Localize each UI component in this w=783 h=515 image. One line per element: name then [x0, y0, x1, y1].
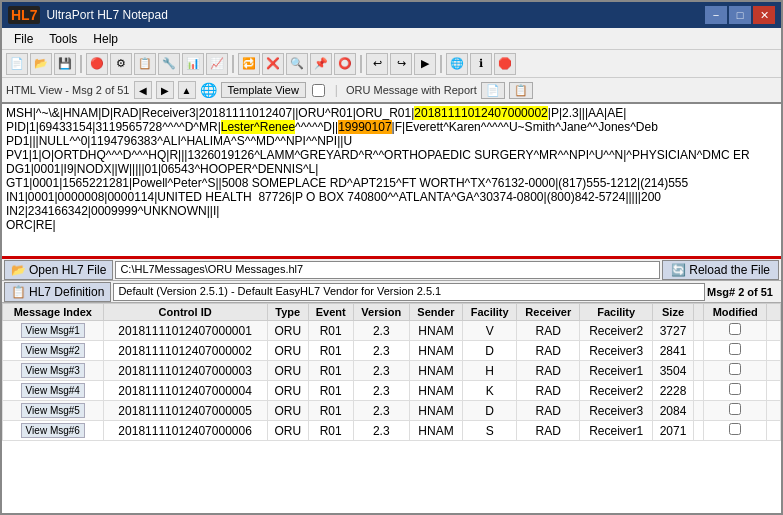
open-hl7-file-button[interactable]: 📂 Open HL7 File [4, 260, 113, 280]
cell-modified[interactable] [704, 361, 767, 381]
hl7-definition-button[interactable]: 📋 HL7 Definition [4, 282, 111, 302]
toolbar-btn5[interactable]: 🔧 [158, 53, 180, 75]
toolbar-save[interactable]: 💾 [54, 53, 76, 75]
cell-modified[interactable] [704, 421, 767, 441]
toolbar-btn13[interactable]: ↩ [366, 53, 388, 75]
cell-modified[interactable] [704, 321, 767, 341]
toolbar-info[interactable]: ℹ [470, 53, 492, 75]
cell-scroll [767, 401, 781, 421]
toolbar-new[interactable]: 📄 [6, 53, 28, 75]
toolbar-btn9[interactable]: ❌ [262, 53, 284, 75]
cell-facility-r: Receiver2 [580, 321, 653, 341]
modified-checkbox[interactable] [729, 423, 741, 435]
table-row[interactable]: View Msg#4 20181111012407000004 ORU R01 … [3, 381, 781, 401]
cell-modified[interactable] [704, 381, 767, 401]
toolbar-btn11[interactable]: 📌 [310, 53, 332, 75]
status-row-file: 📂 Open HL7 File C:\HL7Messages\ORU Messa… [2, 259, 781, 281]
cell-sender: HNAM [409, 361, 462, 381]
toolbar-btn8[interactable]: 🔁 [238, 53, 260, 75]
maximize-button[interactable]: □ [729, 6, 751, 24]
close-button[interactable]: ✕ [753, 6, 775, 24]
toolbar-btn15[interactable]: ▶ [414, 53, 436, 75]
cell-version: 2.3 [353, 421, 409, 441]
col-sender: Sender [409, 304, 462, 321]
menu-file[interactable]: File [6, 30, 41, 48]
modified-checkbox[interactable] [729, 323, 741, 335]
cell-index[interactable]: View Msg#3 [3, 361, 104, 381]
modified-checkbox[interactable] [729, 383, 741, 395]
nav-back[interactable]: ◀ [134, 81, 152, 99]
col-version: Version [353, 304, 409, 321]
toolbar-btn16[interactable]: 🌐 [446, 53, 468, 75]
cell-facility-r: Receiver2 [580, 381, 653, 401]
toolbar-open[interactable]: 📂 [30, 53, 52, 75]
cell-control-id: 20181111012407000004 [103, 381, 267, 401]
modified-checkbox[interactable] [729, 403, 741, 415]
view-msg-button[interactable]: View Msg#1 [21, 323, 85, 338]
cell-receiver: RAD [517, 381, 580, 401]
toolbar-btn10[interactable]: 🔍 [286, 53, 308, 75]
template-view-checkbox[interactable] [312, 84, 325, 97]
table-row[interactable]: View Msg#6 20181111012407000006 ORU R01 … [3, 421, 781, 441]
cell-event: R01 [308, 421, 353, 441]
highlight-name: Lester^Renee [221, 120, 295, 134]
cell-blank [694, 381, 704, 401]
table-row[interactable]: View Msg#1 20181111012407000001 ORU R01 … [3, 321, 781, 341]
highlight-control-id: 20181111012407000002 [414, 106, 547, 120]
nav-up[interactable]: ▲ [178, 81, 196, 99]
cell-index[interactable]: View Msg#4 [3, 381, 104, 401]
folder-icon: 📂 [11, 263, 26, 277]
toolbar-btn12[interactable]: ⭕ [334, 53, 356, 75]
cell-facility-s: H [463, 361, 517, 381]
cell-control-id: 20181111012407000002 [103, 341, 267, 361]
cell-control-id: 20181111012407000006 [103, 421, 267, 441]
nav-msg-btn2[interactable]: 📋 [509, 82, 533, 99]
cell-sender: HNAM [409, 381, 462, 401]
menu-help[interactable]: Help [85, 30, 126, 48]
nav-msg-btn1[interactable]: 📄 [481, 82, 505, 99]
col-modified: Modified [704, 304, 767, 321]
modified-checkbox[interactable] [729, 363, 741, 375]
cell-index[interactable]: View Msg#5 [3, 401, 104, 421]
cell-sender: HNAM [409, 321, 462, 341]
template-view-button[interactable]: Template View [221, 82, 306, 98]
table-row[interactable]: View Msg#3 20181111012407000003 ORU R01 … [3, 361, 781, 381]
nav-forward[interactable]: ▶ [156, 81, 174, 99]
toolbar-btn4[interactable]: 📋 [134, 53, 156, 75]
cell-modified[interactable] [704, 401, 767, 421]
cell-version: 2.3 [353, 381, 409, 401]
table-row[interactable]: View Msg#2 20181111012407000002 ORU R01 … [3, 341, 781, 361]
col-event: Event [308, 304, 353, 321]
reload-file-button[interactable]: 🔄 Reload the File [662, 260, 779, 280]
toolbar-btn3[interactable]: ⚙ [110, 53, 132, 75]
toolbar-btn7[interactable]: 📈 [206, 53, 228, 75]
cell-index[interactable]: View Msg#2 [3, 341, 104, 361]
hl7-definition-value: Default (Version 2.5.1) - Default EasyHL… [113, 283, 705, 301]
view-msg-button[interactable]: View Msg#3 [21, 363, 85, 378]
messages-table-container[interactable]: Message Index Control ID Type Event Vers… [2, 303, 781, 515]
view-msg-button[interactable]: View Msg#6 [21, 423, 85, 438]
minimize-button[interactable]: − [705, 6, 727, 24]
view-msg-button[interactable]: View Msg#5 [21, 403, 85, 418]
toolbar-btn2[interactable]: 🔴 [86, 53, 108, 75]
cell-index[interactable]: View Msg#1 [3, 321, 104, 341]
separator-4 [440, 55, 442, 73]
toolbar-btn14[interactable]: ↪ [390, 53, 412, 75]
col-facility-s: Facility [463, 304, 517, 321]
cell-event: R01 [308, 341, 353, 361]
hl7-content-view[interactable]: MSH|^~\&|HNAM|D|RAD|Receiver3|2018111101… [2, 104, 781, 259]
view-msg-button[interactable]: View Msg#2 [21, 343, 85, 358]
table-row[interactable]: View Msg#5 20181111012407000005 ORU R01 … [3, 401, 781, 421]
cell-modified[interactable] [704, 341, 767, 361]
cell-version: 2.3 [353, 341, 409, 361]
toolbar-btn6[interactable]: 📊 [182, 53, 204, 75]
hl7-definition-label: HL7 Definition [29, 285, 104, 299]
separator-2 [232, 55, 234, 73]
cell-index[interactable]: View Msg#6 [3, 421, 104, 441]
view-msg-button[interactable]: View Msg#4 [21, 383, 85, 398]
menu-tools[interactable]: Tools [41, 30, 85, 48]
cell-blank [694, 401, 704, 421]
modified-checkbox[interactable] [729, 343, 741, 355]
toolbar-stop[interactable]: 🛑 [494, 53, 516, 75]
cell-receiver: RAD [517, 401, 580, 421]
